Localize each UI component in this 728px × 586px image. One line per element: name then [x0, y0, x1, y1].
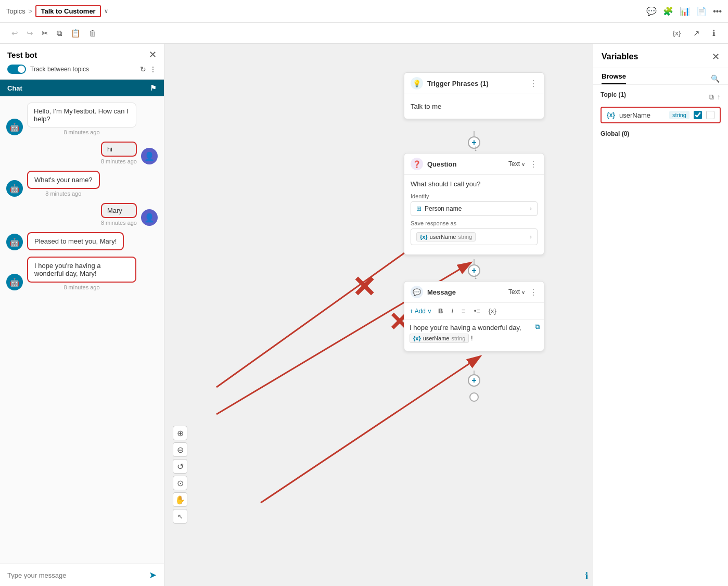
- more-options-icon[interactable]: ⋮: [149, 65, 157, 73]
- message-menu-icon[interactable]: ⋮: [529, 287, 538, 297]
- bubble-time: 8 minutes ago: [101, 220, 137, 226]
- header-right: 💬 🧩 📊 📄 •••: [646, 6, 722, 16]
- close-icon[interactable]: ✕: [149, 49, 157, 60]
- trigger-body: Talk to me: [404, 94, 544, 119]
- redo-button[interactable]: ↪: [23, 27, 36, 40]
- chat-input[interactable]: [7, 571, 145, 579]
- bold-button[interactable]: B: [436, 306, 445, 316]
- send-button[interactable]: ➤: [149, 569, 157, 581]
- global-section-label: Global (0): [601, 130, 629, 137]
- zoom-in-button[interactable]: ⊕: [173, 426, 187, 440]
- question-menu-icon[interactable]: ⋮: [529, 159, 538, 169]
- variable-tag: {x} userName string: [416, 232, 476, 241]
- ordered-list-button[interactable]: ≡: [459, 306, 468, 316]
- breadcrumb-topics[interactable]: Topics: [6, 7, 25, 15]
- select-button[interactable]: ↖: [173, 509, 187, 524]
- export-vars-icon[interactable]: ↑: [717, 93, 721, 101]
- chat-tab-label: Chat: [7, 84, 22, 92]
- chevron-down-icon[interactable]: ∨: [104, 8, 108, 15]
- chat-sidebar-header: Test bot ✕ Track between topics ↻ ⋮: [0, 44, 164, 80]
- info-corner-icon[interactable]: ℹ: [585, 570, 589, 582]
- var-name: userName: [430, 234, 456, 240]
- copy-icon[interactable]: ⧉: [535, 323, 540, 331]
- add-button[interactable]: + Add ∨: [410, 308, 432, 315]
- plus-connector-3[interactable]: +: [468, 374, 480, 387]
- bot-avatar: 🤖: [6, 119, 23, 135]
- variable-row: {x} userName string: [601, 107, 721, 123]
- copy-button[interactable]: ⧉: [54, 27, 66, 40]
- preview-icon[interactable]: 📄: [696, 6, 707, 16]
- user-bubble: hi: [101, 142, 137, 157]
- var-type: string: [451, 335, 465, 341]
- msg-format-dropdown[interactable]: Text ∨: [508, 288, 525, 296]
- chat-icon[interactable]: 💬: [646, 6, 657, 16]
- arrow-down-1: ↓: [474, 144, 478, 153]
- variable-editor-button[interactable]: {x}: [669, 27, 685, 39]
- toggle-knob: [18, 66, 25, 73]
- tab-browse[interactable]: Browse: [602, 72, 626, 84]
- bubble-content: hi 8 minutes ago: [101, 142, 137, 164]
- node-header: ❓ Question Text ∨ ⋮: [404, 154, 544, 175]
- bot-bubble: What's your name?: [27, 171, 100, 189]
- chat-input-area: ➤: [0, 564, 164, 586]
- variable-name: userName: [619, 111, 665, 119]
- italic-button[interactable]: I: [449, 306, 455, 316]
- save-response-field[interactable]: {x} userName string ›: [411, 228, 538, 245]
- flow-container: ✕ ✕ 💡 Trigger Phrases (1) ⋮ Talk to me +…: [164, 44, 593, 586]
- delete-button[interactable]: 🗑: [86, 27, 100, 40]
- publish-button[interactable]: ↗: [689, 27, 704, 40]
- message-variable-tag: {x} userName string: [410, 334, 469, 343]
- list-item: hi 8 minutes ago 👤: [6, 142, 158, 164]
- search-icon[interactable]: 🔍: [711, 74, 720, 83]
- svg-line-4: [261, 356, 481, 503]
- trigger-menu-icon[interactable]: ⋮: [529, 79, 538, 88]
- question-node: ❓ Question Text ∨ ⋮ What should I call y…: [404, 153, 544, 255]
- variable-insert-button[interactable]: {x}: [487, 306, 499, 316]
- pan-button[interactable]: ✋: [173, 492, 187, 507]
- bot-bubble: I hope you're having a wonderful day, Ma…: [27, 257, 136, 283]
- reset-view-button[interactable]: ↺: [173, 459, 187, 474]
- bot-bubble: Pleased to meet you, Mary!: [27, 232, 124, 250]
- info-button[interactable]: ℹ: [708, 27, 720, 40]
- variable-checkbox-empty[interactable]: [706, 111, 714, 119]
- user-avatar: 👤: [141, 148, 158, 164]
- message-icon: 💬: [411, 286, 423, 298]
- zoom-controls: ⊕ ⊖ ↺ ⊙ ✋ ↖: [173, 426, 187, 524]
- bot-header-icons: ✕: [149, 49, 157, 60]
- undo-button[interactable]: ↩: [8, 27, 21, 40]
- cut-button[interactable]: ✂: [39, 27, 52, 40]
- copy-vars-icon[interactable]: ⧉: [709, 93, 714, 101]
- variable-checkbox-checked[interactable]: [694, 111, 702, 119]
- trigger-title: Trigger Phrases (1): [427, 80, 525, 87]
- red-x-1: ✕: [352, 273, 376, 302]
- user-bubble: Mary: [101, 203, 137, 218]
- bot-avatar: 🤖: [6, 274, 23, 290]
- top-header: Topics > Talk to Customer ∨ 💬 🧩 📊 📄 •••: [0, 0, 728, 23]
- analytics-icon[interactable]: 📊: [680, 6, 690, 16]
- list-item: 🤖 Talk to me Hello, I'm MyTestbot. How c…: [6, 103, 158, 135]
- paste-button[interactable]: 📋: [68, 27, 84, 40]
- dropdown-arrow-icon: ∨: [521, 161, 525, 167]
- message-title: Message: [427, 288, 504, 296]
- person-icon: ⊞: [416, 205, 422, 212]
- unordered-list-button[interactable]: •≡: [472, 306, 482, 316]
- bubble-time: 8 minutes ago: [27, 129, 136, 135]
- more-icon[interactable]: •••: [713, 7, 722, 16]
- add-chevron-icon: ∨: [427, 308, 432, 315]
- zoom-out-button[interactable]: ⊖: [173, 442, 187, 457]
- bubble-content: What's your name? 8 minutes ago: [27, 171, 100, 197]
- format-dropdown[interactable]: Text ∨: [508, 160, 525, 168]
- track-topics-toggle[interactable]: [7, 65, 26, 74]
- fit-view-button[interactable]: ⊙: [173, 476, 187, 490]
- question-icon: ❓: [411, 158, 423, 170]
- chat-tab[interactable]: Chat ⚑: [0, 80, 164, 96]
- entities-icon[interactable]: 🧩: [663, 6, 673, 16]
- var-x-icon: {x}: [413, 335, 421, 341]
- bubble-content: I hope you're having a wonderful day, Ma…: [27, 257, 136, 290]
- toggle-label: Track between topics: [30, 66, 89, 73]
- identify-field[interactable]: ⊞Person name ›: [411, 201, 538, 216]
- variables-close-button[interactable]: ✕: [712, 51, 720, 62]
- refresh-icon[interactable]: ↻: [140, 65, 146, 73]
- question-body: What should I call you? Identify ⊞Person…: [404, 175, 544, 254]
- chat-messages: 🤖 Talk to me Hello, I'm MyTestbot. How c…: [0, 96, 164, 564]
